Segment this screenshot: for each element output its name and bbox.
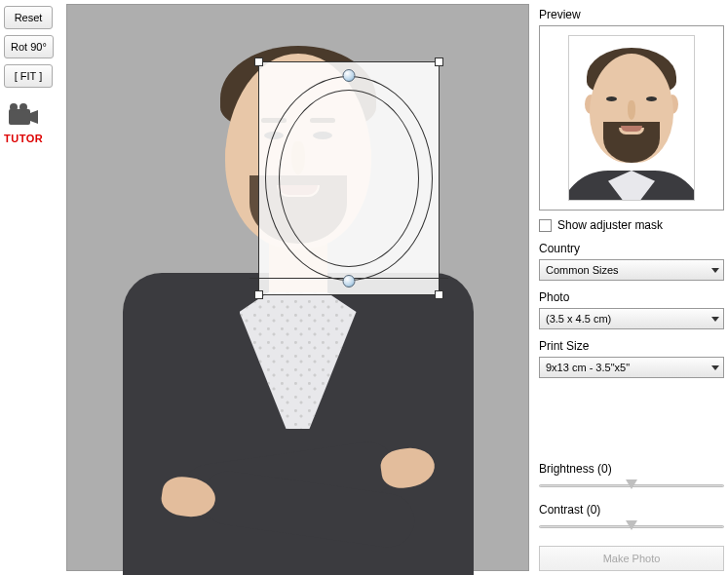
chin-knob[interactable] bbox=[343, 275, 356, 288]
contrast-label: Contrast (0) bbox=[539, 503, 724, 517]
resize-handle-bottom-left[interactable] bbox=[254, 290, 263, 299]
make-photo-button: Make Photo bbox=[539, 546, 724, 571]
photo-size-select-value: (3.5 x 4.5 cm) bbox=[546, 313, 611, 325]
photo-label: Photo bbox=[539, 290, 724, 304]
reset-button[interactable]: Reset bbox=[4, 6, 53, 29]
photo-size-select[interactable]: (3.5 x 4.5 cm) bbox=[539, 308, 724, 329]
resize-handle-top-left[interactable] bbox=[254, 58, 263, 66]
print-size-select-value: 9x13 cm - 3.5"x5" bbox=[546, 362, 630, 373]
contrast-slider[interactable] bbox=[539, 518, 724, 536]
slider-thumb[interactable] bbox=[626, 520, 637, 530]
brightness-label: Brightness (0) bbox=[539, 462, 724, 476]
brightness-slider[interactable] bbox=[539, 478, 724, 495]
crop-adjuster[interactable] bbox=[258, 61, 440, 295]
chevron-down-icon bbox=[711, 317, 719, 322]
oval-guide-inner bbox=[279, 90, 419, 267]
country-select-value: Common Sizes bbox=[546, 264, 619, 276]
svg-marker-1 bbox=[30, 110, 38, 124]
slider-thumb[interactable] bbox=[626, 479, 637, 489]
preview-label: Preview bbox=[539, 8, 724, 21]
preview-image bbox=[568, 35, 695, 201]
head-top-knob[interactable] bbox=[343, 69, 356, 82]
svg-point-2 bbox=[10, 103, 18, 111]
country-label: Country bbox=[539, 242, 724, 255]
left-toolbar: Reset Rot 90° [ FIT ] TUTOR bbox=[4, 4, 62, 571]
editor-canvas[interactable] bbox=[66, 4, 529, 571]
print-size-label: Print Size bbox=[539, 339, 724, 353]
app-root: Reset Rot 90° [ FIT ] TUTOR bbox=[0, 0, 728, 575]
checkbox-icon bbox=[539, 219, 552, 232]
chevron-down-icon bbox=[711, 365, 719, 370]
chevron-down-icon bbox=[711, 268, 719, 273]
resize-handle-bottom-right[interactable] bbox=[435, 290, 443, 299]
camera-icon bbox=[6, 101, 41, 131]
svg-rect-0 bbox=[9, 109, 30, 125]
rotate-90-button[interactable]: Rot 90° bbox=[4, 35, 54, 58]
show-adjuster-mask-label: Show adjuster mask bbox=[557, 218, 663, 232]
svg-point-3 bbox=[19, 103, 27, 111]
tutor-button[interactable]: TUTOR bbox=[4, 101, 43, 144]
resize-handle-top-right[interactable] bbox=[435, 58, 443, 66]
preview-box bbox=[539, 25, 724, 211]
show-adjuster-mask-checkbox[interactable]: Show adjuster mask bbox=[539, 218, 724, 232]
fit-button[interactable]: [ FIT ] bbox=[4, 64, 53, 88]
print-size-select[interactable]: 9x13 cm - 3.5"x5" bbox=[539, 357, 724, 378]
country-select[interactable]: Common Sizes bbox=[539, 259, 724, 281]
tutor-label: TUTOR bbox=[4, 133, 43, 144]
right-panel: Preview Show adjuster mask Country Commo… bbox=[529, 4, 724, 571]
